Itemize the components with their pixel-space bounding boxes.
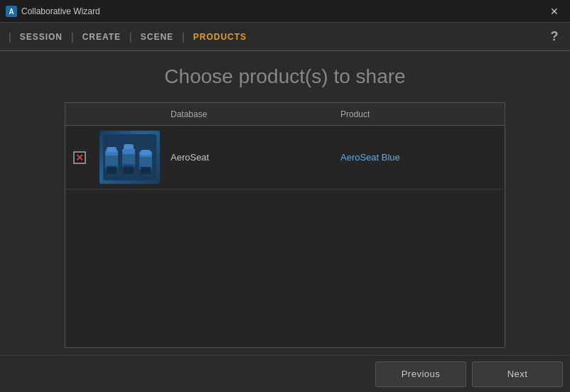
next-button[interactable]: Next [472,361,563,387]
svg-rect-20 [141,150,151,155]
table-body: ✕ [65,126,505,347]
title-bar-left: A Collaborative Wizard [6,6,100,17]
table-row: ✕ [65,126,505,190]
title-bar: A Collaborative Wizard ✕ [0,0,570,23]
previous-button[interactable]: Previous [375,361,466,387]
svg-text:A: A [9,8,14,16]
help-button[interactable]: ? [544,27,564,47]
footer: Previous Next [0,355,570,392]
row-product: AeroSeat Blue [335,152,505,163]
table-header: Database Product [65,103,505,126]
row-checkbox[interactable]: ✕ [73,151,86,164]
nav-bar: | SESSION | CREATE | SCENE | PRODUCTS ? [0,23,570,51]
nav-sep-2: | [127,31,135,43]
nav-item-session[interactable]: SESSION [14,32,68,42]
nav-item-create[interactable]: CREATE [77,32,127,42]
row-checkbox-cell: ✕ [65,151,94,164]
svg-rect-14 [124,144,134,149]
svg-rect-8 [107,147,117,152]
col-header-database: Database [165,109,335,119]
row-database: AeroSeat [165,152,335,163]
close-button[interactable]: ✕ [544,4,564,19]
nav-sep-1: | [68,31,77,43]
svg-rect-10 [122,148,135,154]
page-heading: Choose product(s) to share [164,65,405,88]
nav-sep-3: | [179,31,188,43]
svg-rect-22 [124,167,134,174]
window-title: Collaborative Wizard [21,6,100,16]
svg-rect-23 [141,167,151,174]
main-content: Choose product(s) to share Database Prod… [0,51,570,355]
product-table: Database Product ✕ [65,102,505,348]
svg-rect-21 [107,167,117,174]
nav-item-products[interactable]: PRODUCTS [188,32,252,42]
nav-sep-0: | [6,31,14,43]
nav-item-scene[interactable]: SCENE [135,32,179,42]
product-thumbnail [100,131,160,184]
app-icon: A [6,6,17,17]
col-header-product: Product [335,109,505,119]
row-thumbnail-cell [94,127,165,187]
